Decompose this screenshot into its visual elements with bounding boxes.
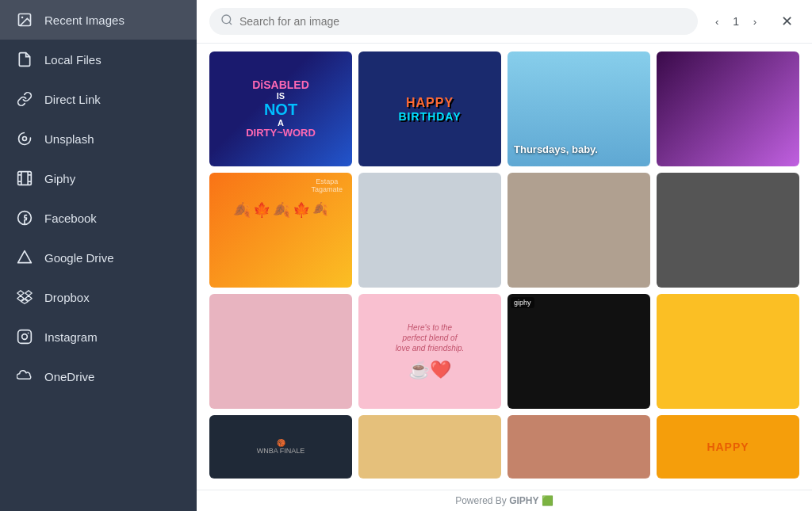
- footer-text: Powered By GIPHY 🟩: [455, 495, 553, 506]
- sidebar-item-recent-images[interactable]: Recent Images: [0, 0, 197, 40]
- sidebar-label-unsplash: Unsplash: [44, 132, 94, 146]
- giphy-badge: giphy: [511, 297, 534, 308]
- sidebar-label-dropbox: Dropbox: [44, 291, 90, 304]
- svg-marker-11: [18, 251, 32, 263]
- grid-row-3: Here's to theperfect blend oflove and fr…: [209, 294, 799, 409]
- next-page-button[interactable]: ›: [744, 10, 766, 32]
- grid-row-4: 🏀WNBA FINALE HAPPY: [209, 415, 799, 479]
- grid-cell-13[interactable]: 🏀WNBA FINALE: [209, 415, 352, 479]
- svg-point-15: [222, 15, 231, 24]
- svg-point-1: [21, 17, 23, 18]
- dropbox-icon: [16, 288, 33, 306]
- camera-icon: [16, 130, 33, 147]
- grid-cell-10[interactable]: Here's to theperfect blend oflove and fr…: [358, 294, 501, 409]
- image-grid: DiSABLED IS NOT A DIRTY~WORD HAPPY BIRTH…: [197, 44, 812, 490]
- link-icon: [16, 90, 33, 108]
- main-header: ‹ 1 › ✕: [197, 0, 812, 44]
- search-input[interactable]: [239, 15, 687, 28]
- sidebar-label-onedrive: OneDrive: [44, 370, 94, 383]
- svg-point-13: [22, 334, 28, 340]
- sidebar-item-facebook[interactable]: Facebook: [0, 198, 197, 238]
- search-icon: [220, 13, 233, 29]
- main-content: ‹ 1 › ✕ DiSABLED IS NOT A DIRTY~WORD: [197, 0, 812, 511]
- giphy-logo: GIPHY: [509, 495, 538, 506]
- page-number: 1: [733, 15, 739, 28]
- instagram-icon: [16, 328, 33, 345]
- grid-cell-14[interactable]: [358, 415, 501, 479]
- grid-cell-6[interactable]: [358, 173, 501, 288]
- grid-cell-1[interactable]: DiSABLED IS NOT A DIRTY~WORD: [209, 51, 352, 166]
- image-icon: [16, 11, 33, 29]
- grid-cell-16[interactable]: HAPPY: [657, 415, 799, 479]
- sidebar-label-giphy: Giphy: [44, 172, 75, 185]
- grid-cell-9[interactable]: [209, 294, 352, 409]
- sidebar: Recent Images Local Files Direct Link Un…: [0, 0, 197, 511]
- grid-cell-15[interactable]: [508, 415, 650, 479]
- grid-cell-7[interactable]: [508, 173, 650, 288]
- svg-rect-3: [18, 172, 32, 185]
- sidebar-item-onedrive[interactable]: OneDrive: [0, 357, 197, 396]
- sidebar-item-google-drive[interactable]: Google Drive: [0, 238, 197, 277]
- onedrive-icon: [16, 368, 33, 385]
- sidebar-item-local-files[interactable]: Local Files: [0, 40, 197, 79]
- drive-icon: [16, 249, 33, 266]
- sidebar-label-facebook: Facebook: [44, 212, 97, 225]
- grid-cell-4[interactable]: [657, 51, 799, 166]
- grid-cell-2[interactable]: HAPPY BIRTHDAY: [358, 51, 501, 166]
- svg-point-14: [28, 333, 29, 334]
- grid-row-2: EstapaTagamate 🍂🍁 🍂🍁 🍂: [209, 173, 799, 288]
- sidebar-item-instagram[interactable]: Instagram: [0, 317, 197, 357]
- file-icon: [16, 51, 33, 68]
- pagination: ‹ 1 ›: [706, 10, 766, 32]
- sidebar-item-unsplash[interactable]: Unsplash: [0, 119, 197, 158]
- sidebar-item-dropbox[interactable]: Dropbox: [0, 277, 197, 317]
- sidebar-label-local-files: Local Files: [44, 53, 102, 67]
- grid-cell-5[interactable]: EstapaTagamate 🍂🍁 🍂🍁 🍂: [209, 173, 352, 288]
- grid-cell-11[interactable]: giphy: [508, 294, 650, 409]
- prev-page-button[interactable]: ‹: [706, 10, 728, 32]
- sidebar-item-giphy[interactable]: Giphy: [0, 158, 197, 198]
- facebook-icon: [16, 209, 33, 227]
- main-footer: Powered By GIPHY 🟩: [197, 490, 812, 511]
- sidebar-label-instagram: Instagram: [44, 330, 98, 344]
- film-icon: [16, 170, 33, 187]
- svg-line-16: [229, 22, 232, 25]
- grid-cell-12[interactable]: [657, 294, 799, 409]
- close-button[interactable]: ✕: [774, 9, 799, 34]
- grid-row-1: DiSABLED IS NOT A DIRTY~WORD HAPPY BIRTH…: [209, 51, 799, 166]
- search-bar: [209, 8, 698, 35]
- sidebar-label-recent-images: Recent Images: [44, 13, 124, 27]
- sidebar-label-google-drive: Google Drive: [44, 251, 114, 265]
- svg-rect-12: [18, 330, 32, 344]
- grid-cell-3[interactable]: Thursdays, baby.: [508, 51, 650, 166]
- sidebar-label-direct-link: Direct Link: [44, 93, 101, 106]
- svg-point-2: [23, 137, 27, 141]
- sidebar-item-direct-link[interactable]: Direct Link: [0, 79, 197, 119]
- grid-cell-8[interactable]: [657, 173, 799, 288]
